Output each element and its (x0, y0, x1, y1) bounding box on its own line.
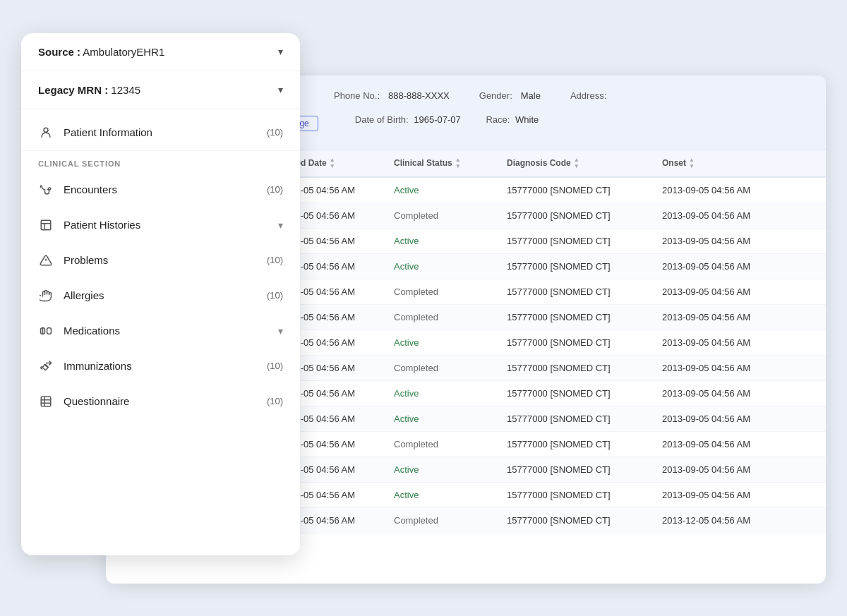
source-chevron-icon: ▾ (278, 46, 283, 57)
td-code: 15777000 [SNOMED CT] (501, 356, 656, 380)
td-code: 15777000 [SNOMED CT] (501, 229, 656, 253)
td-onset: 2013-09-05 04:56 AM (656, 406, 798, 431)
nav-item-left: Encounters (38, 182, 117, 198)
svg-rect-2 (41, 220, 51, 230)
nav-item-medications[interactable]: Medications ▾ (21, 313, 300, 349)
td-status: Active (388, 406, 501, 431)
td-status: Active (388, 254, 501, 279)
td-status: Active (388, 229, 501, 253)
nav-label-patient-histories: Patient Histories (64, 219, 140, 231)
td-code: 15777000 [SNOMED CT] (501, 305, 656, 330)
td-onset: 2013-09-05 04:56 AM (656, 330, 798, 355)
td-status: Active (388, 330, 501, 355)
td-status: Active (388, 178, 501, 203)
svg-point-0 (44, 128, 48, 132)
legacy-label: Legacy MRN : 12345 (38, 84, 140, 96)
td-onset: 2013-09-05 04:56 AM (656, 305, 798, 330)
phone-value: 888-888-XXXX (388, 90, 450, 101)
nav-label-problems: Problems (64, 254, 108, 266)
nav-item-left: Medications (38, 323, 120, 339)
td-code: 15777000 [SNOMED CT] (501, 330, 656, 355)
nav-label-immunizations: Immunizations (64, 360, 132, 372)
td-code: 15777000 [SNOMED CT] (501, 381, 656, 406)
nav-section: Patient Information (10) CLINICAL SECTIO… (21, 109, 300, 425)
nav-item-immunizations[interactable]: Immunizations (10) (21, 349, 300, 384)
nav-item-patient-information[interactable]: Patient Information (10) (21, 115, 300, 151)
td-status: Completed (388, 508, 501, 533)
nav-count: (10) (267, 255, 283, 265)
gender-label: Gender: (479, 90, 512, 101)
nav-item-left: Allergies (38, 288, 104, 303)
nav-count: (10) (267, 361, 283, 371)
td-code: 15777000 [SNOMED CT] (501, 406, 656, 431)
td-status: Completed (388, 356, 501, 380)
nav-item-questionnaire[interactable]: Questionnaire (10) (21, 384, 300, 419)
nav-label-questionnaire: Questionnaire (64, 395, 129, 407)
td-code: 15777000 [SNOMED CT] (501, 203, 656, 228)
td-code: 15777000 [SNOMED CT] (501, 254, 656, 279)
gender-value: Male (521, 90, 541, 101)
dob-label: Date of Birth: (355, 114, 409, 125)
patient-info-label: Patient Information (64, 126, 152, 138)
nav-item-allergies[interactable]: Allergies (10) (21, 278, 300, 313)
syringe-icon (38, 358, 54, 374)
race-value: White (515, 114, 539, 125)
source-label: Source : AmbulatoryEHR1 (38, 46, 164, 58)
td-onset: 2013-09-05 04:56 AM (656, 483, 798, 507)
td-onset: 2013-09-05 04:56 AM (656, 356, 798, 380)
nav-item-problems[interactable]: Problems (10) (21, 243, 300, 278)
td-onset: 2013-09-05 04:56 AM (656, 457, 798, 482)
td-onset: 2013-09-05 04:56 AM (656, 203, 798, 228)
sidebar-panel: Source : AmbulatoryEHR1 ▾ Legacy MRN : 1… (21, 33, 300, 555)
nav-item-patient-histories[interactable]: Patient Histories ▾ (21, 207, 300, 243)
person-icon (38, 125, 54, 140)
chevron-icon: ▾ (278, 325, 283, 337)
nav-count: (10) (267, 184, 283, 195)
td-onset: 2013-09-05 04:56 AM (656, 279, 798, 304)
td-status: Active (388, 381, 501, 406)
stethoscope-icon (38, 182, 54, 198)
nav-label-medications: Medications (64, 325, 120, 337)
chevron-icon: ▾ (278, 219, 283, 231)
td-code: 15777000 [SNOMED CT] (501, 178, 656, 203)
nav-items-container: Encounters (10) Patient Histories ▾ Prob… (21, 172, 300, 419)
td-status: Completed (388, 305, 501, 330)
svg-rect-6 (47, 327, 52, 334)
address-label: Address: (570, 90, 606, 101)
td-status: Completed (388, 432, 501, 457)
legacy-chevron-icon: ▾ (278, 84, 283, 95)
td-code: 15777000 [SNOMED CT] (501, 457, 656, 482)
warning-icon (38, 253, 54, 268)
th-diagnosis-code: Diagnosis Code ▲▼ (501, 150, 656, 176)
svg-rect-8 (41, 397, 51, 406)
td-onset: 2013-09-05 04:56 AM (656, 254, 798, 279)
source-dropdown[interactable]: Source : AmbulatoryEHR1 ▾ (21, 33, 300, 71)
td-onset: 2013-09-05 04:56 AM (656, 178, 798, 203)
td-code: 15777000 [SNOMED CT] (501, 483, 656, 507)
td-onset: 2013-09-05 04:56 AM (656, 229, 798, 253)
td-onset: 2013-09-05 04:56 AM (656, 432, 798, 457)
hand-icon (38, 288, 54, 303)
th-clinical-status: Clinical Status ▲▼ (388, 150, 501, 176)
td-status: Active (388, 457, 501, 482)
td-code: 15777000 [SNOMED CT] (501, 432, 656, 457)
nav-count: (10) (267, 290, 283, 301)
td-onset: 2013-09-05 04:56 AM (656, 381, 798, 406)
td-code: 15777000 [SNOMED CT] (501, 279, 656, 304)
pill-icon (38, 323, 54, 339)
patient-info-count: (10) (267, 127, 283, 138)
phone-label: Phone No.: (334, 90, 380, 101)
td-onset: 2013-12-05 04:56 AM (656, 508, 798, 533)
td-status: Active (388, 483, 501, 507)
nav-item-left: Immunizations (38, 358, 132, 374)
td-status: Completed (388, 203, 501, 228)
td-status: Completed (388, 279, 501, 304)
legacy-mrn-dropdown[interactable]: Legacy MRN : 12345 ▾ (21, 71, 300, 109)
nav-label-encounters: Encounters (64, 183, 117, 195)
nav-item-encounters[interactable]: Encounters (10) (21, 172, 300, 207)
nav-item-left: Problems (38, 253, 108, 268)
th-onset: Onset ▲▼ (656, 150, 798, 176)
nav-item-left: Questionnaire (38, 394, 129, 409)
list-icon (38, 394, 54, 409)
clinical-section-heading: CLINICAL SECTION (21, 151, 300, 172)
